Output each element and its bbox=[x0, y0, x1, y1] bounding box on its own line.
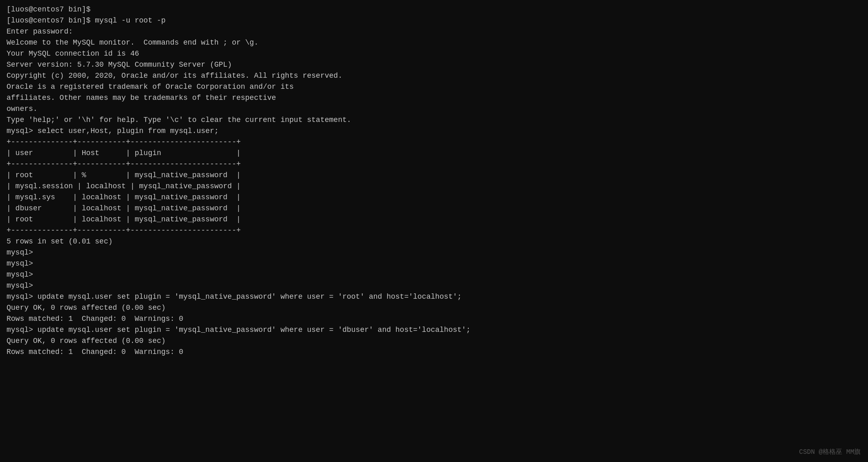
terminal-line: affiliates. Other names may be trademark… bbox=[7, 92, 861, 104]
terminal-line: mysql> bbox=[7, 269, 861, 280]
terminal-line: Welcome to the MySQL monitor. Commands e… bbox=[7, 37, 861, 48]
terminal-line: owners. bbox=[7, 104, 861, 115]
terminal-line: mysql> update mysql.user set plugin = 'm… bbox=[7, 291, 861, 302]
terminal-line: | root | localhost | mysql_native_passwo… bbox=[7, 214, 861, 225]
terminal-line: Oracle is a registered trademark of Orac… bbox=[7, 81, 861, 92]
terminal-line: Query OK, 0 rows affected (0.00 sec) bbox=[7, 336, 861, 347]
terminal-line: mysql> update mysql.user set plugin = 'm… bbox=[7, 325, 861, 336]
terminal-line: Your MySQL connection id is 46 bbox=[7, 48, 861, 59]
terminal-line: Rows matched: 1 Changed: 0 Warnings: 0 bbox=[7, 313, 861, 325]
terminal-line: Rows matched: 1 Changed: 0 Warnings: 0 bbox=[7, 347, 861, 358]
terminal-line: Query OK, 0 rows affected (0.00 sec) bbox=[7, 302, 861, 313]
terminal-line: 5 rows in set (0.01 sec) bbox=[7, 236, 861, 247]
terminal-line: [luos@centos7 bin]$ mysql -u root -p bbox=[7, 15, 861, 26]
terminal-line: mysql> bbox=[7, 247, 861, 258]
terminal-line: +--------------+-----------+------------… bbox=[7, 225, 861, 236]
terminal-line: mysql> select user,Host, plugin from mys… bbox=[7, 126, 861, 137]
terminal-line: | mysql.sys | localhost | mysql_native_p… bbox=[7, 192, 861, 203]
terminal-line: Type 'help;' or '\h' for help. Type '\c'… bbox=[7, 115, 861, 126]
terminal-line: | dbuser | localhost | mysql_native_pass… bbox=[7, 203, 861, 214]
terminal-line: Enter password: bbox=[7, 26, 861, 37]
terminal-line: +--------------+-----------+------------… bbox=[7, 159, 861, 170]
terminal-line: +--------------+-----------+------------… bbox=[7, 137, 861, 148]
terminal-line: mysql> bbox=[7, 258, 861, 269]
terminal-line: | mysql.session | localhost | mysql_nati… bbox=[7, 181, 861, 192]
terminal-line: Copyright (c) 2000, 2020, Oracle and/or … bbox=[7, 70, 861, 81]
watermark-label: CSDN @格格巫 MM旗 bbox=[799, 447, 861, 457]
terminal-output: [luos@centos7 bin]$[luos@centos7 bin]$ m… bbox=[7, 4, 861, 358]
terminal-line: | root | % | mysql_native_password | bbox=[7, 170, 861, 181]
terminal-line: mysql> bbox=[7, 280, 861, 291]
terminal-line: | user | Host | plugin | bbox=[7, 148, 861, 159]
terminal-line: [luos@centos7 bin]$ bbox=[7, 4, 861, 15]
terminal-line: Server version: 5.7.30 MySQL Community S… bbox=[7, 59, 861, 70]
